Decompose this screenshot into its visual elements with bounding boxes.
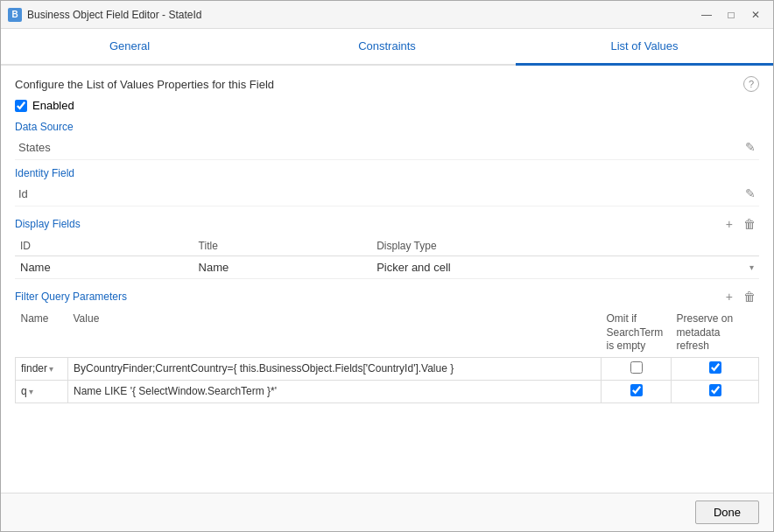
configure-label: Configure the List of Values Properties … <box>15 78 274 91</box>
identity-field-row: Id ✎ <box>15 181 759 206</box>
display-fields-add-button[interactable]: + <box>722 215 736 233</box>
identity-field-value: Id <box>15 186 742 202</box>
section-header: Configure the List of Values Properties … <box>15 76 759 92</box>
main-content: Configure the List of Values Properties … <box>1 66 773 493</box>
tab-constraints[interactable]: Constraints <box>258 29 516 66</box>
tab-general[interactable]: General <box>1 29 258 66</box>
filter-query-header: Filter Query Parameters + 🗑 <box>15 288 759 305</box>
display-fields-actions: + 🗑 <box>722 215 759 233</box>
filter-col-omit: Omit if SearchTermis empty <box>602 309 672 357</box>
titlebar-controls: — □ ✕ <box>696 6 766 24</box>
filter-row-finder: finder ▾ ByCountryFinder;CurrentCountry=… <box>16 357 759 380</box>
app-icon: B <box>8 8 22 22</box>
help-icon[interactable]: ? <box>743 76 759 92</box>
df-title: Name <box>194 256 372 279</box>
enabled-row: Enabled <box>15 99 759 112</box>
close-button[interactable]: ✕ <box>745 6 766 24</box>
titlebar: B Business Object Field Editor - StateId… <box>1 1 773 29</box>
col-title: Title <box>194 236 372 256</box>
display-type-dropdown-icon[interactable]: ▾ <box>749 262 754 272</box>
filter-omit-q <box>602 380 672 402</box>
display-fields-label: Display Fields <box>15 218 81 230</box>
filter-table: Name Value Omit if SearchTermis empty Pr… <box>15 309 759 403</box>
minimize-button[interactable]: — <box>696 6 717 24</box>
filter-add-button[interactable]: + <box>722 288 736 305</box>
filter-delete-button[interactable]: 🗑 <box>740 288 759 305</box>
maximize-button[interactable]: □ <box>721 6 742 24</box>
display-fields-header: Display Fields + 🗑 <box>15 215 759 233</box>
col-id: ID <box>15 236 194 256</box>
enabled-checkbox[interactable] <box>15 100 27 112</box>
display-fields-delete-button[interactable]: 🗑 <box>740 215 759 233</box>
preserve-checkbox-q[interactable] <box>709 384 721 396</box>
filter-query-label: Filter Query Parameters <box>15 290 127 303</box>
footer: Done <box>1 493 773 531</box>
identity-field-label: Identity Field <box>15 167 759 179</box>
filter-name-q: q ▾ <box>16 380 68 402</box>
omit-checkbox-q[interactable] <box>630 384 643 396</box>
q-dropdown-icon[interactable]: ▾ <box>29 387 33 396</box>
tab-list-of-values[interactable]: List of Values <box>516 29 773 66</box>
data-source-edit-button[interactable]: ✎ <box>742 138 759 156</box>
enabled-label: Enabled <box>32 99 74 112</box>
filter-value-q: Name LIKE '{ SelectWindow.SearchTerm }*' <box>68 380 602 402</box>
display-fields-table: ID Title Display Type Name Name Picker a… <box>15 236 759 279</box>
display-fields-row: Name Name Picker and cell ▾ <box>15 256 759 279</box>
identity-field-edit-button[interactable]: ✎ <box>742 185 759 202</box>
df-display-type: Picker and cell ▾ <box>371 256 759 279</box>
window: B Business Object Field Editor - StateId… <box>0 0 774 532</box>
filter-omit-finder <box>602 357 672 380</box>
filter-row-q: q ▾ Name LIKE '{ SelectWindow.SearchTerm… <box>16 380 759 402</box>
col-display-type: Display Type <box>371 236 759 256</box>
preserve-checkbox-finder[interactable] <box>709 361 721 374</box>
done-button[interactable]: Done <box>695 500 759 524</box>
filter-preserve-finder <box>672 357 759 380</box>
data-source-label: Data Source <box>15 121 759 133</box>
data-source-value: States <box>15 139 742 156</box>
filter-name-finder: finder ▾ <box>16 357 68 380</box>
finder-dropdown-icon[interactable]: ▾ <box>49 364 53 374</box>
tab-bar: General Constraints List of Values <box>1 29 773 66</box>
window-title: Business Object Field Editor - StateId <box>27 9 696 21</box>
data-source-row: States ✎ <box>15 135 759 160</box>
filter-value-finder: ByCountryFinder;CurrentCountry={ this.Bu… <box>68 357 602 380</box>
omit-checkbox-finder[interactable] <box>630 361 643 374</box>
filter-col-value: Value <box>68 309 602 357</box>
filter-preserve-q <box>672 380 759 402</box>
filter-col-preserve: Preserve onmetadata refresh <box>672 309 759 357</box>
filter-query-actions: + 🗑 <box>722 288 759 305</box>
filter-col-name: Name <box>16 309 68 357</box>
df-id: Name <box>15 256 194 279</box>
